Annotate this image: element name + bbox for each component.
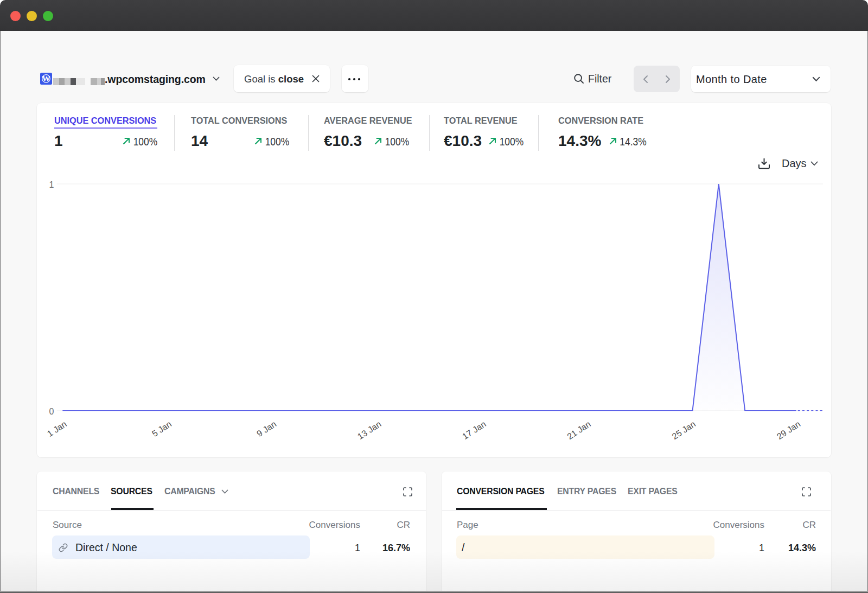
- svg-text:W: W: [42, 74, 50, 83]
- svg-text:21 Jan: 21 Jan: [565, 419, 592, 441]
- svg-text:0: 0: [49, 407, 54, 416]
- svg-text:13 Jan: 13 Jan: [356, 419, 383, 441]
- svg-text:29 Jan: 29 Jan: [775, 419, 802, 441]
- svg-text:5 Jan: 5 Jan: [150, 419, 173, 439]
- svg-text:25 Jan: 25 Jan: [671, 419, 698, 441]
- svg-text:17 Jan: 17 Jan: [461, 419, 488, 441]
- svg-text:9 Jan: 9 Jan: [255, 419, 278, 439]
- svg-text:1 Jan: 1 Jan: [46, 419, 68, 439]
- svg-text:1: 1: [49, 180, 54, 189]
